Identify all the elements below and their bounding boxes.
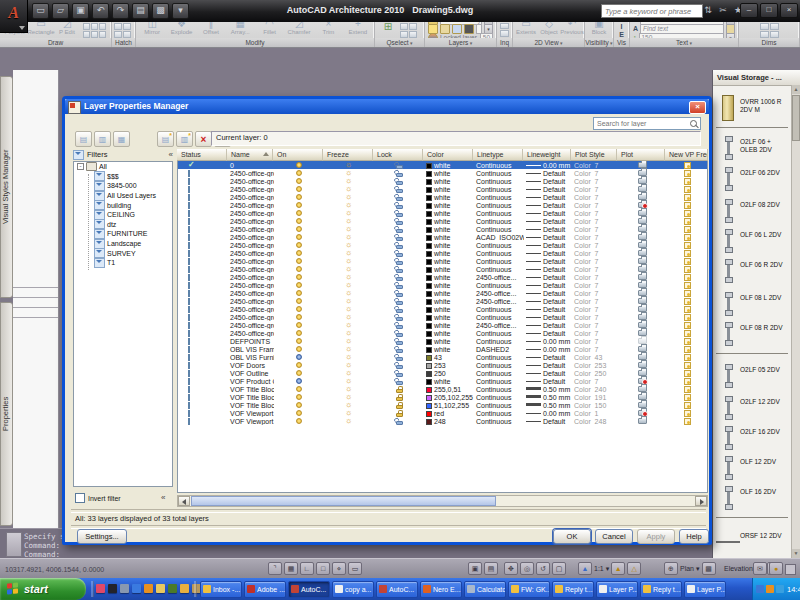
- new-layer-icon[interactable]: ▤*: [157, 131, 174, 147]
- table-row[interactable]: 2450-office-grd$...☼white2450-office...D…: [178, 273, 707, 281]
- collapse-filters-icon[interactable]: [169, 150, 173, 159]
- bulb-icon[interactable]: [296, 394, 302, 400]
- table-row[interactable]: 2450-office-grd$...☼whiteContinuousDefau…: [178, 193, 707, 201]
- name-cell[interactable]: 2450-office-grd$...: [228, 234, 274, 241]
- taskbar-task-mail[interactable]: Inbox -...: [200, 581, 242, 598]
- name-cell[interactable]: VOF Title Block ...: [228, 386, 274, 393]
- bulb-icon[interactable]: [296, 410, 302, 416]
- lineweight-cell[interactable]: 0.50 mm: [524, 402, 572, 409]
- palette-tab-visual-styles-manager[interactable]: Visual Styles Manager: [0, 76, 13, 298]
- linetype-cell[interactable]: 2450-office...: [474, 298, 524, 305]
- bulb-icon[interactable]: [296, 210, 302, 216]
- linetype-cell[interactable]: 2450-office...: [474, 322, 524, 329]
- bulb-icon[interactable]: [296, 314, 302, 320]
- name-cell[interactable]: 2450-office-grd$...: [228, 290, 274, 297]
- bulb-icon[interactable]: [296, 298, 302, 304]
- quick-launch-icon-7[interactable]: [168, 584, 177, 593]
- storage-item[interactable]: OLF 12 2DV: [716, 453, 786, 483]
- storage-item[interactable]: OLF 08 L 2DV: [716, 289, 786, 319]
- column-header-plot[interactable]: Plot: [617, 149, 665, 161]
- lock-icon[interactable]: [396, 165, 403, 169]
- cancel-button[interactable]: Cancel: [595, 529, 633, 544]
- storage-item[interactable]: O2LF 06 2DV: [716, 164, 786, 194]
- table-row[interactable]: 2450-office-grd$...☼whiteContinuousDefau…: [178, 225, 707, 233]
- taskbar-clock[interactable]: 14:46: [787, 585, 800, 594]
- color-cell[interactable]: white: [424, 338, 474, 345]
- table-row[interactable]: VOF Product Co...☼whiteContinuousDefault…: [178, 377, 707, 385]
- quick-launch-icon-4[interactable]: [132, 584, 141, 593]
- name-cell[interactable]: VOF Title Block ...: [228, 402, 274, 409]
- vp-freeze-icon[interactable]: [684, 170, 691, 177]
- lock-mini-icon[interactable]: [452, 24, 462, 34]
- palette-title[interactable]: Visual Storage - ...: [713, 70, 800, 86]
- vp-freeze-icon[interactable]: [684, 410, 691, 417]
- vp-freeze-icon[interactable]: [684, 178, 691, 185]
- lock-icon[interactable]: [396, 421, 403, 425]
- column-header-linetype[interactable]: Linetype: [473, 149, 523, 161]
- color-cell[interactable]: 43: [424, 354, 474, 361]
- linetype-cell[interactable]: Continuous: [474, 266, 524, 273]
- lineweight-cell[interactable]: Default: [524, 274, 572, 281]
- showmotion-icon[interactable]: ▢: [552, 562, 566, 575]
- table-row[interactable]: VOF Doors☼253ContinuousDefaultColor_253: [178, 361, 707, 369]
- quick-launch-icon-6[interactable]: [156, 584, 165, 593]
- vp-freeze-icon[interactable]: [684, 210, 691, 217]
- plan-dropdown-arrow[interactable]: ▾: [696, 562, 700, 575]
- panel-label-draw[interactable]: Draw: [0, 38, 111, 47]
- linetype-cell[interactable]: Continuous: [474, 314, 524, 321]
- color-cell[interactable]: white: [424, 346, 474, 353]
- lineweight-cell[interactable]: 0.00 mm: [524, 338, 572, 345]
- name-cell[interactable]: VOF Outline: [228, 370, 274, 377]
- annotation-scale-value[interactable]: 1:1: [594, 562, 604, 575]
- table-row[interactable]: 2450-office-grd$...☼whiteContinuousDefau…: [178, 313, 707, 321]
- name-cell[interactable]: OBL VIS Furnitu...: [228, 354, 274, 361]
- bulb-icon[interactable]: [296, 162, 302, 168]
- color-cell[interactable]: 205,102,255: [424, 394, 474, 401]
- annotation-visibility-icon[interactable]: ▲: [611, 562, 625, 575]
- taskbar-task-doc[interactable]: Layer P...: [684, 581, 726, 598]
- name-cell[interactable]: 2450-office-grd$...: [228, 298, 274, 305]
- table-row[interactable]: VOF Title Block ...☼255,0,51Continuous0.…: [178, 385, 707, 393]
- collapse-filters-bottom-icon[interactable]: [161, 493, 165, 502]
- table-row[interactable]: 2450-office-grd$...☼whiteContinuousDefau…: [178, 281, 707, 289]
- bulb-icon[interactable]: [296, 322, 302, 328]
- new-layer-vp-frozen-icon[interactable]: ▥*: [176, 131, 193, 147]
- name-cell[interactable]: 2450-office-grd$...: [228, 202, 274, 209]
- linetype-cell[interactable]: ACAD_ISO02W...: [474, 234, 524, 241]
- table-row[interactable]: ✓0☼whiteContinuous0.00 mmColor_7: [178, 161, 707, 169]
- lineweight-cell[interactable]: Default: [524, 266, 572, 273]
- lineweight-cell[interactable]: Default: [524, 210, 572, 217]
- panel-label-visibility[interactable]: Visibility: [585, 38, 613, 47]
- table-row[interactable]: 2450-office-grd$...☼whiteContinuousDefau…: [178, 249, 707, 257]
- lock-icon[interactable]: [396, 373, 403, 377]
- linetype-cell[interactable]: Continuous: [474, 362, 524, 369]
- quick-launch-icon-3[interactable]: [120, 584, 129, 593]
- panel-label-qselect[interactable]: Qselect: [375, 38, 424, 47]
- vp-freeze-icon[interactable]: [684, 258, 691, 265]
- vp-freeze-icon[interactable]: [684, 370, 691, 377]
- delete-layer-icon[interactable]: ×: [195, 131, 212, 147]
- inq-icon-3[interactable]: [500, 30, 509, 37]
- help-button[interactable]: Help: [679, 529, 709, 544]
- color-cell[interactable]: white: [424, 162, 474, 169]
- lock-icon[interactable]: [396, 221, 403, 225]
- vp-freeze-icon[interactable]: [684, 194, 691, 201]
- expand-icon[interactable]: -: [77, 163, 84, 170]
- vp-freeze-icon[interactable]: [684, 234, 691, 241]
- open-file-icon[interactable]: ▱: [52, 3, 69, 19]
- table-row[interactable]: 2450-office-grd$...☼white2450-office...D…: [178, 321, 707, 329]
- scroll-thumb[interactable]: [792, 95, 800, 141]
- scroll-left-icon[interactable]: [178, 496, 190, 506]
- bulb-icon[interactable]: [296, 274, 302, 280]
- table-row[interactable]: 2450-office-grd$...☼white2450-office...D…: [178, 297, 707, 305]
- name-cell[interactable]: 0: [228, 162, 274, 169]
- otrack-toggle[interactable]: ▭: [348, 562, 362, 575]
- table-row[interactable]: DEFPOINTS☼whiteContinuous0.00 mmColor_7: [178, 337, 707, 345]
- storage-item[interactable]: O2LF 12 2DV: [716, 393, 786, 423]
- undo-icon[interactable]: ↶: [92, 3, 109, 19]
- lock-icon[interactable]: [396, 197, 403, 201]
- bulb-icon[interactable]: [296, 362, 302, 368]
- vp-freeze-icon[interactable]: [684, 338, 691, 345]
- lock-icon[interactable]: [396, 213, 403, 217]
- lock-icon[interactable]: [396, 245, 403, 249]
